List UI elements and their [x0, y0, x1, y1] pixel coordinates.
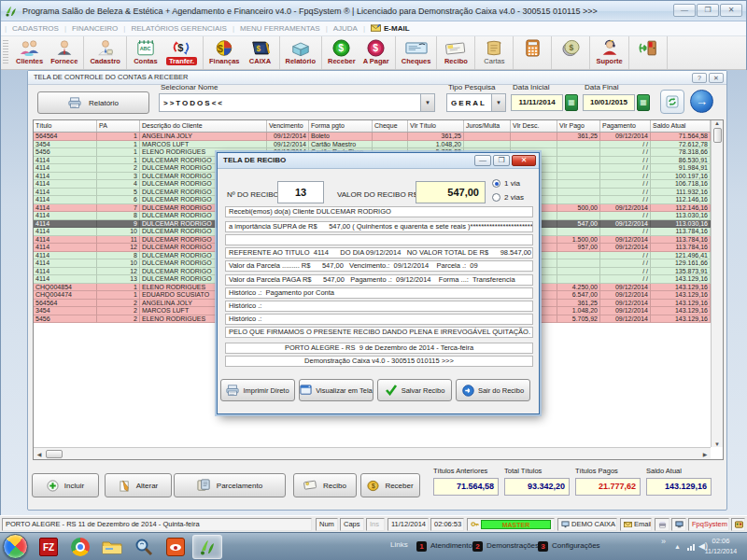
- footer-button-receber[interactable]: $Receber: [360, 473, 420, 497]
- start-button[interactable]: [3, 534, 28, 559]
- taskbar-shortcut-badge[interactable]: 3: [538, 541, 548, 552]
- column-header[interactable]: Juros/Multa: [464, 120, 511, 132]
- column-header[interactable]: Vlr Título: [408, 120, 464, 132]
- menu-item-e-mail[interactable]: E-MAIL: [369, 24, 412, 33]
- restore-icon[interactable]: ❒: [697, 4, 719, 17]
- close-icon[interactable]: ✕: [512, 155, 536, 166]
- menu-item-menu-ferramentas[interactable]: MENU FERRAMENTAS: [238, 24, 322, 33]
- horizontal-scrollbar[interactable]: ◀ ▶: [34, 447, 711, 459]
- footer-button-recibo[interactable]: Recibo: [293, 473, 357, 497]
- toolbar-button-fornece[interactable]: Fornece: [47, 37, 81, 68]
- toolbar-button-calculator-icon[interactable]: [515, 37, 549, 68]
- column-header[interactable]: Título: [34, 120, 97, 132]
- toolbar-button-cartas[interactable]: Cartas: [477, 37, 511, 68]
- report-button[interactable]: Relatório: [37, 91, 149, 114]
- toolbar-button-cadastro[interactable]: Cadastro: [86, 37, 124, 68]
- toolbar-button-tranfer-[interactable]: $Tranfer.: [162, 37, 201, 68]
- go-button[interactable]: →: [690, 90, 713, 113]
- toolbar-button-relat-rio[interactable]: Relatório: [282, 37, 320, 68]
- scroll-thumb[interactable]: [713, 128, 722, 143]
- radio-icon[interactable]: [492, 179, 500, 188]
- toolbar-overflow-chevron[interactable]: »: [661, 537, 666, 546]
- copies-radio-2[interactable]: 2 vias: [492, 193, 524, 202]
- close-icon[interactable]: ✕: [709, 73, 724, 83]
- restore-icon[interactable]: ❒: [493, 155, 510, 166]
- receipt-no-input[interactable]: 13: [277, 181, 324, 203]
- toolbar-button-cheques[interactable]: Cheques: [398, 37, 435, 68]
- menu-item-ajuda[interactable]: AJUDA: [331, 24, 359, 33]
- toolbar-button-a-pagar[interactable]: $A Pagar: [359, 37, 393, 68]
- taskbar-clock[interactable]: 02:06 11/12/2014: [697, 536, 745, 556]
- minimize-icon[interactable]: —: [673, 4, 696, 17]
- footer-button-alterar[interactable]: Alterar: [105, 473, 172, 497]
- footer-button-incluir[interactable]: Incluir: [32, 473, 99, 497]
- column-header[interactable]: Saldo Atual: [651, 120, 711, 132]
- dialog-button-imprimir-direto[interactable]: Imprimir Direto: [220, 379, 295, 401]
- scroll-right-icon[interactable]: ▶: [699, 451, 711, 457]
- status-printer[interactable]: [655, 518, 669, 531]
- taskbar-shortcut-configura-es[interactable]: Configurações: [552, 541, 600, 550]
- tray-expand-icon[interactable]: ▲: [674, 543, 681, 550]
- taskbar-app-chrome[interactable]: [65, 535, 95, 559]
- chevron-down-icon[interactable]: ▼: [491, 94, 505, 111]
- calendar-icon[interactable]: ▦: [637, 94, 650, 111]
- column-header[interactable]: Descrição do Cliente: [140, 120, 267, 132]
- copies-radio-1[interactable]: 1 via: [492, 179, 520, 188]
- footer-button-parcelamento[interactable]: Parcelamento: [174, 473, 286, 497]
- toolbar-button-coin-silver-icon[interactable]: $: [554, 37, 587, 68]
- taskbar-shortcut-badge[interactable]: 1: [416, 541, 427, 552]
- scroll-down-icon[interactable]: ▼: [714, 441, 720, 447]
- dialog-button-visualizar-em-tela[interactable]: Visualizar em Tela: [299, 379, 374, 401]
- column-header[interactable]: Cheque: [373, 120, 408, 132]
- client-select[interactable]: >>TODOS<< ▼: [159, 93, 435, 112]
- toolbar-button-caixa[interactable]: $CAIXA: [244, 37, 277, 68]
- receipt-value-input[interactable]: 547,00: [416, 181, 486, 203]
- dialog-button-salvar-recibo[interactable]: Salvar Recibo: [377, 379, 452, 401]
- table-row[interactable]: 5645641ANGELINA JOLY09/12/2014Boleto361,…: [34, 133, 711, 141]
- taskbar-shortcut-badge[interactable]: 2: [472, 541, 483, 552]
- toolbar-button-clientes[interactable]: Clientes: [12, 37, 47, 68]
- calendar-icon[interactable]: ▦: [565, 94, 578, 111]
- column-header[interactable]: Pagamento: [600, 120, 651, 132]
- column-header[interactable]: Vlr Desc.: [511, 120, 557, 132]
- scroll-up-icon[interactable]: ▲: [714, 120, 720, 126]
- column-header[interactable]: PA: [97, 120, 140, 132]
- chevron-down-icon[interactable]: ▼: [420, 94, 434, 111]
- column-header[interactable]: Vencimento: [267, 120, 309, 132]
- refresh-button[interactable]: [660, 90, 684, 114]
- search-type-select[interactable]: GERAL ▼: [446, 93, 506, 112]
- help-icon[interactable]: ?: [692, 73, 707, 83]
- menu-item-financeiro[interactable]: FINANCEIRO: [70, 24, 120, 33]
- menu-item-relat-rios-gerenciais[interactable]: RELATÓRIOS GERENCIAIS: [129, 24, 229, 33]
- dialog-button-sair-do-recibo[interactable]: Sair do Recibo: [456, 379, 530, 401]
- radio-icon[interactable]: [492, 193, 500, 202]
- taskbar-app-explorer[interactable]: [97, 535, 127, 559]
- column-header[interactable]: Forma pgto: [309, 120, 373, 132]
- toolbar-drag-handle[interactable]: [3, 40, 8, 65]
- status-email[interactable]: Email: [620, 518, 652, 531]
- taskbar-app-search[interactable]: [129, 535, 159, 559]
- start-date-input[interactable]: 11/11/2014: [511, 94, 563, 111]
- toolbar-button-recibo[interactable]: Recibo: [439, 37, 472, 68]
- taskbar-shortcut-demonstra-es[interactable]: Demonstrações: [486, 541, 539, 550]
- close-icon[interactable]: ✕: [720, 4, 742, 17]
- scroll-thumb[interactable]: [46, 450, 63, 458]
- toolbar-button-finan-as[interactable]: $Finanças: [205, 37, 244, 68]
- network-signal-icon[interactable]: [687, 544, 695, 551]
- taskbar-app-acdsee[interactable]: [161, 535, 190, 559]
- vertical-scrollbar[interactable]: ▲ ▼: [711, 120, 723, 447]
- table-row[interactable]: 34541MARCOS LUFT09/12/2014Cartão Maestro…: [34, 141, 711, 149]
- column-header[interactable]: Vlr Pago: [557, 120, 600, 132]
- taskbar-app-fpqsystem[interactable]: [192, 535, 222, 559]
- status-display[interactable]: [671, 518, 686, 531]
- toolbar-button-contas[interactable]: ABCContas: [129, 37, 162, 68]
- toolbar-button-receber[interactable]: $Receber: [324, 37, 359, 68]
- minimize-icon[interactable]: —: [474, 155, 491, 166]
- taskbar-app-filezilla[interactable]: FZ: [34, 535, 63, 559]
- toolbar-button-suporte[interactable]: Suporte: [592, 37, 626, 68]
- menu-item-cadastros[interactable]: CADASTROS: [10, 24, 61, 33]
- scroll-left-icon[interactable]: ◀: [34, 451, 45, 457]
- end-date-input[interactable]: 10/01/2015: [583, 94, 635, 111]
- taskbar-shortcut-atendimento[interactable]: Atendimento: [430, 541, 472, 550]
- toolbar-button-exit-icon[interactable]: [631, 37, 665, 68]
